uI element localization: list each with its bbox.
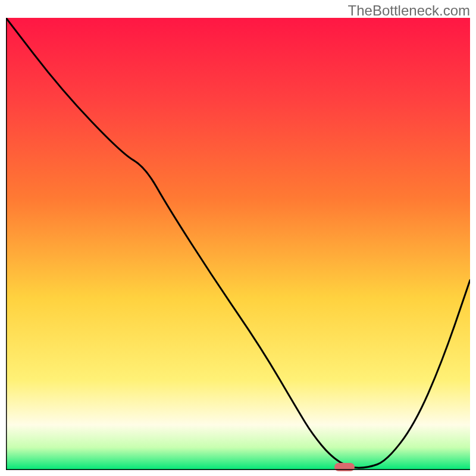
chart-container: TheBottleneck.com	[0, 0, 476, 476]
curve-layer	[6, 18, 470, 470]
minimum-marker	[334, 463, 355, 471]
watermark-text: TheBottleneck.com	[348, 2, 470, 19]
data-curve	[6, 18, 470, 468]
plot-area	[6, 18, 470, 470]
